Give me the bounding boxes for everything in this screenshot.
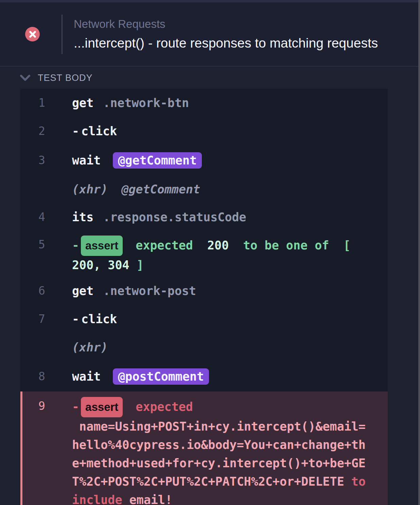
child-dash: - — [72, 239, 79, 252]
command-name: get — [72, 284, 93, 298]
command-name: click — [81, 124, 117, 138]
assert-value: 200 — [207, 239, 229, 252]
route-alias-badge[interactable]: @postComment — [113, 368, 209, 385]
command-row-get[interactable]: 1 get.network-btn — [20, 89, 388, 117]
top-edge-strip — [0, 0, 420, 2]
line-number: 6 — [38, 284, 72, 297]
command-args: .response.statusCode — [103, 210, 246, 224]
command-name: get — [72, 96, 93, 110]
test-failed-status-icon — [25, 27, 40, 41]
xhr-content: (xhr) — [72, 341, 108, 354]
child-dash: - — [72, 124, 79, 138]
command-row-wait[interactable]: 8 wait@postComment — [20, 361, 388, 391]
xhr-content: (xhr)@getComment — [72, 182, 200, 196]
x-icon — [29, 31, 36, 38]
command-content: wait@postComment — [72, 368, 209, 385]
line-number: 7 — [38, 312, 72, 326]
assert-text: ] — [129, 258, 144, 272]
xhr-alias: @getComment — [121, 182, 200, 196]
command-name: wait — [72, 370, 101, 383]
chevron-down-icon[interactable] — [20, 75, 31, 82]
assert-value: email! — [129, 493, 172, 505]
assert-value: 200, 304 — [72, 258, 129, 272]
header-divider — [62, 15, 63, 54]
assert-text: to be one of [ — [229, 239, 357, 252]
assert-text: expected — [136, 239, 207, 252]
assert-badge: assert — [81, 397, 123, 417]
line-number: 2 — [38, 124, 72, 138]
command-content: -click — [72, 312, 117, 326]
line-number: 5 — [38, 236, 72, 254]
xhr-log-row[interactable]: (xhr)@getComment — [20, 175, 388, 203]
command-row-its[interactable]: 4 its.response.statusCode — [20, 203, 388, 231]
test-body-section-header[interactable]: TEST BODY — [0, 67, 420, 89]
command-name: its — [72, 210, 93, 224]
scrollbar[interactable] — [418, 0, 420, 505]
test-title: ...intercept() - route responses to matc… — [74, 35, 378, 51]
child-dash: - — [72, 400, 79, 414]
assert-badge: assert — [81, 236, 123, 256]
command-name: wait — [72, 154, 101, 167]
line-number: 1 — [38, 96, 72, 109]
assert-failed-row[interactable]: 9 -assertexpected name=Using+POST+in+cy.… — [20, 391, 388, 505]
command-content: get.network-btn — [72, 96, 189, 110]
xhr-label: (xhr) — [72, 341, 108, 354]
xhr-label: (xhr) — [72, 182, 108, 196]
command-content: get.network-post — [72, 284, 196, 298]
test-header[interactable]: Network Requests ...intercept() - route … — [0, 2, 420, 67]
command-row-get[interactable]: 6 get.network-post — [20, 277, 388, 305]
command-row-wait[interactable]: 3 wait@getComment — [20, 145, 388, 175]
assert-text: expected — [136, 400, 200, 414]
assert-passed-row[interactable]: 5 -assertexpected 200 to be one of [ 200… — [20, 231, 388, 277]
suite-title: Network Requests — [74, 17, 378, 31]
command-content: wait@getComment — [72, 152, 202, 169]
command-args: .network-post — [103, 284, 196, 298]
test-body-label: TEST BODY — [38, 73, 93, 83]
assert-content: -assertexpected 200 to be one of [ 200, … — [72, 236, 372, 274]
line-number: 8 — [38, 370, 72, 383]
assert-value: name=Using+POST+in+cy.intercept()&email=… — [72, 420, 366, 488]
xhr-log-row[interactable]: (xhr) — [20, 333, 388, 361]
command-args: .network-btn — [103, 96, 189, 110]
line-number: 3 — [38, 154, 72, 167]
test-titles: Network Requests ...intercept() - route … — [74, 17, 378, 51]
command-content: -click — [72, 124, 117, 138]
command-content: its.response.statusCode — [72, 210, 246, 224]
assert-content: -assertexpected name=Using+POST+in+cy.in… — [72, 397, 372, 505]
child-dash: - — [72, 312, 79, 326]
line-number: 9 — [38, 397, 72, 415]
command-row-click[interactable]: 2 -click — [20, 117, 388, 145]
line-number: 4 — [38, 210, 72, 224]
route-alias-badge[interactable]: @getComment — [113, 152, 202, 169]
command-row-click[interactable]: 7 -click — [20, 305, 388, 333]
command-log: 1 get.network-btn 2 -click 3 wait@getCom… — [20, 89, 388, 505]
command-name: click — [81, 312, 117, 326]
